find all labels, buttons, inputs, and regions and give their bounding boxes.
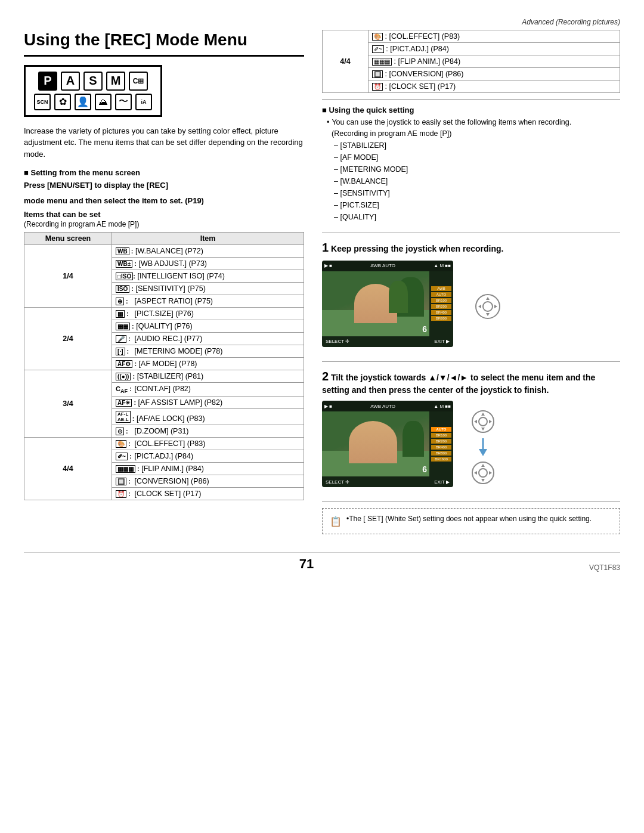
divider3 [322, 361, 620, 362]
wb-icon: WB : [116, 247, 133, 255]
camera-bottom-bar2: SELECT ✛ EXIT ▶ [322, 476, 453, 487]
left-column: Using the [REC] Mode Menu P A S M C⊞ SCN… [24, 30, 304, 534]
bold-line2: mode menu and then select the item to se… [24, 195, 304, 207]
item-afmode: AF⚙ : [AF MODE] (P78) [112, 358, 304, 370]
menu-table-right: 4/4 🎨 : [COL.EFFECT] (P83) ✐~ : [PICT.AD… [322, 30, 620, 93]
step1-text: Keep pressing the joystick when recordin… [331, 244, 503, 253]
joystick-icon2 [471, 410, 495, 433]
aspect-icon: ⊕ : [116, 298, 132, 305]
svg-marker-3 [486, 313, 490, 316]
afmode-icon: AF⚙ : [116, 360, 137, 368]
svg-point-15 [479, 469, 487, 477]
svg-marker-13 [479, 449, 487, 456]
item-audiorec: 🎤 : [AUDIO REC.] (P77) [112, 333, 304, 345]
menu-br800b: BR800 [431, 451, 451, 456]
table-row: 1/4 WB : [W.BALANCE] (P72) [24, 245, 304, 258]
quick-setting-section: Using the quick setting You can use the … [322, 106, 620, 223]
item-coleffect-r: 🎨 : [COL.EFFECT] (P83) [369, 30, 620, 43]
person2 [349, 421, 397, 463]
select-label2: SELECT ✛ [326, 479, 349, 485]
item-conversion: 🔲 : [CONVERSION] (P86) [112, 475, 304, 488]
svg-marker-11 [489, 420, 492, 423]
afassist-icon: AF✳ : [116, 399, 136, 407]
svg-marker-19 [489, 471, 492, 475]
stabilizer-icon: ((●)) : [116, 373, 135, 380]
exit-label1: EXIT ▶ [434, 339, 450, 344]
mode-icon-person: 👤 [75, 94, 91, 110]
mode-icon-s: S [83, 72, 103, 91]
audio-icon: 🎤 : [116, 335, 132, 343]
item-flipanim: ▦▦▦ : [FLIP ANIM.] (P84) [112, 463, 304, 475]
mode-icon-c: C⊞ [129, 72, 148, 91]
mode-icon-ia: iA [135, 94, 152, 110]
list-item: [STABILIZER] [334, 140, 620, 151]
down-arrow-icon [476, 438, 490, 456]
table-row: 4/4 🎨 : [COL.EFFECT] (P83) [24, 438, 304, 450]
item-quality: ▦▦ : [QUALITY] (P76) [112, 320, 304, 333]
flipanim-icon: ▦▦▦ : [116, 465, 140, 473]
item-contaf: CAF : [CONT.AF] (P82) [112, 383, 304, 397]
item-sensitivity: ISO : [SENSITIVITY] (P75) [112, 283, 304, 295]
item-wbadjust: WB± : [WB ADJUST.] (P73) [112, 258, 304, 270]
item-intelligent-iso: □ISO: [INTELLIGENT ISO] (P74) [112, 270, 304, 283]
mode-icons-row1: P A S M C⊞ [34, 72, 152, 91]
note-text: •The [ SET] (White Set) setting does not… [346, 513, 592, 524]
top-bar-right2: ▲ M ■■ [434, 404, 451, 409]
top-bar-awb2: AWB AUTO [370, 404, 395, 409]
table-row: 2/4 ▦ : [PICT.SIZE] (P76) [24, 308, 304, 320]
camera-top-bar2: ▶ ■ AWB AUTO ▲ M ■■ [322, 401, 453, 411]
note-icon: 📋 [330, 515, 342, 529]
table-row: 4/4 🎨 : [COL.EFFECT] (P83) [323, 30, 620, 43]
item-stabilizer: ((●)) : [STABILIZER] (P81) [112, 370, 304, 383]
item-wbalance: WB : [W.BALANCE] (P72) [112, 245, 304, 258]
joystick-icons-col [471, 410, 495, 485]
svg-point-1 [483, 302, 493, 311]
page: Advanced (Recording pictures) Using the … [0, 0, 644, 833]
quick-bullet: You can use the joystick to easily set t… [322, 117, 620, 128]
menu-br100: BR100 [431, 298, 451, 303]
menu-br400b: BR400 [431, 445, 451, 450]
svg-point-7 [479, 417, 487, 426]
mode-icon-m: M [106, 72, 125, 91]
step2-text: Tilt the joystick towards ▲/▼/◄/► to sel… [322, 373, 595, 395]
afaelock-icon: AF-LAE-L : [116, 411, 134, 423]
mode-icon-flower: ✿ [54, 94, 71, 110]
flipanim-icon-r: ▦▦▦ [372, 58, 392, 66]
section-4-4-right: 4/4 [323, 30, 369, 93]
mode-icon-scn: SCN [34, 94, 51, 110]
section-4-4: 4/4 [24, 438, 112, 500]
right-column: 4/4 🎨 : [COL.EFFECT] (P83) ✐~ : [PICT.AD… [322, 30, 620, 534]
joystick-icon3 [471, 461, 495, 485]
menu-br1600b: BR1600 [431, 457, 451, 462]
section-1-4: 1/4 [24, 245, 112, 308]
camera-number1: 6 [422, 324, 427, 334]
svg-marker-9 [481, 428, 485, 431]
mode-icons-box: P A S M C⊞ SCN ✿ 👤 ⛰ 〜 iA [24, 65, 162, 117]
mode-icon-p: P [38, 72, 57, 91]
conversion-icon: 🔲 : [116, 478, 132, 485]
note-box: 📋 •The [ SET] (White Set) setting does n… [322, 508, 620, 534]
camera-preview1: ▶ ■ AWB AUTO ▲ M ■■ [322, 261, 453, 347]
svg-marker-4 [478, 305, 481, 308]
svg-marker-5 [494, 305, 497, 308]
page-footer: 71 VQT1F83 [24, 552, 620, 572]
bold-line1: Press [MENU/SET] to display the [REC] [24, 179, 304, 191]
step2-preview-row: ▶ ■ AWB AUTO ▲ M ■■ 6 [322, 401, 620, 493]
model-number: VQT1F83 [589, 563, 620, 572]
camera-bottom-bar1: SELECT ✛ EXIT ▶ [322, 336, 453, 347]
page-title: Using the [REC] Mode Menu [24, 30, 304, 57]
exit-label2: EXIT ▶ [434, 479, 450, 485]
col-item: Item [112, 233, 304, 245]
quality-icon: ▦▦ : [116, 323, 134, 330]
camera-top-bar1: ▶ ■ AWB AUTO ▲ M ■■ [322, 261, 453, 271]
page-category-label: Advanced (Recording pictures) [24, 18, 620, 26]
top-bar-icons2: ▶ ■ [324, 404, 332, 409]
conversion-icon-r: 🔲 [372, 70, 383, 78]
step2-heading: 2 Tilt the joystick towards ▲/▼/◄/► to s… [322, 368, 620, 397]
menu-br200: BR200 [431, 304, 451, 309]
clock-icon-r: ⏰ [372, 83, 383, 91]
items-label: Items that can be set [24, 210, 304, 219]
menu-br800: BR800 [431, 316, 451, 321]
step2-num: 2 [322, 370, 329, 383]
list-item: [PICT.SIZE] [334, 199, 620, 211]
